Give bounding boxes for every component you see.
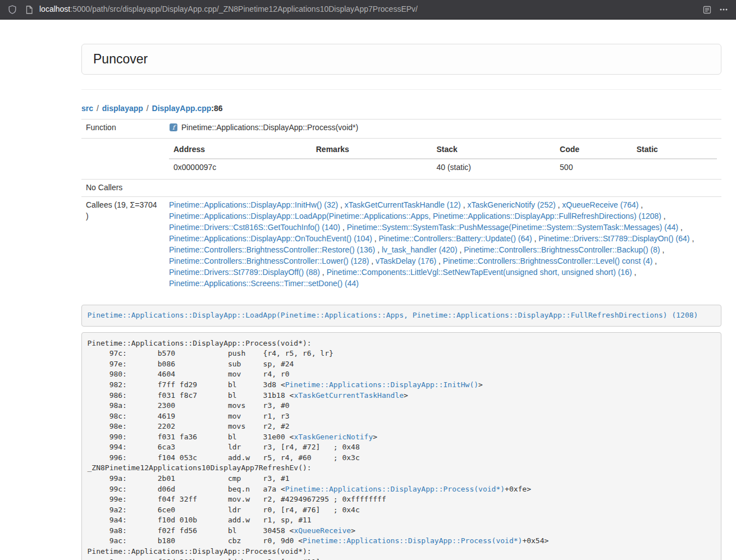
callee-link[interactable]: Pinetime::Applications::DisplayApp::Init… — [169, 200, 338, 209]
breadcrumb-file-link[interactable]: DisplayApp.cpp — [152, 104, 212, 113]
no-callers-cell — [164, 179, 721, 196]
breadcrumb-src-link[interactable]: src — [81, 104, 93, 113]
callee-link[interactable]: Pinetime::Components::LittleVgl::SetNewT… — [327, 268, 632, 277]
callee-link[interactable]: Pinetime::Controllers::Battery::Update()… — [379, 234, 532, 243]
callee-link[interactable]: lv_task_handler (420) — [382, 245, 458, 254]
breadcrumb-displayapp-link[interactable]: displayapp — [102, 104, 143, 113]
breadcrumb-divider: / — [143, 104, 152, 113]
browser-toolbar: localhost:5000/path/src/displayapp/Displ… — [0, 0, 736, 20]
column-code: Code — [555, 141, 632, 159]
code-value: 500 — [555, 159, 632, 176]
stats-header-row: Address Remarks Stack Code Static — [169, 141, 717, 159]
callee-link[interactable]: Pinetime::Controllers::BrightnessControl… — [169, 256, 369, 265]
function-icon: f — [169, 123, 178, 135]
callee-link[interactable]: xQueueReceive (764) — [562, 200, 638, 209]
remarks-value — [312, 159, 432, 176]
stats-cell: Address Remarks Stack Code Static 0x0000… — [164, 138, 721, 179]
function-label: Function — [81, 119, 164, 138]
page-container: Puncover src / displayapp / DisplayApp.c… — [81, 20, 721, 560]
tracking-shield-icon[interactable] — [7, 4, 18, 15]
url-host: localhost — [39, 4, 70, 13]
url-path: :5000/path/src/displayapp/DisplayApp.cpp… — [70, 4, 418, 13]
highlighted-symbol-box: Pinetime::Applications::DisplayApp::Load… — [81, 305, 721, 327]
static-value — [632, 159, 717, 176]
function-name-cell: f Pinetime::Applications::DisplayApp::Pr… — [164, 119, 721, 138]
symbol-link[interactable]: xTaskGenericNotify — [294, 433, 373, 441]
symbol-link[interactable]: xQueueReceive — [294, 526, 351, 535]
column-static: Static — [632, 141, 717, 159]
callees-row: Callees (19, Σ=3704 ) Pinetime::Applicat… — [81, 196, 721, 292]
callee-link[interactable]: Pinetime::System::SystemTask::PushMessag… — [347, 223, 679, 232]
callee-link[interactable]: Pinetime::Controllers::BrightnessControl… — [169, 245, 375, 254]
address-value: 0x0000097c — [169, 159, 312, 176]
symbol-link[interactable]: Pinetime::Applications::DisplayApp::Proc… — [285, 485, 505, 493]
callee-link[interactable]: Pinetime::Applications::Screens::Timer::… — [169, 279, 359, 288]
callees-label: Callees (19, Σ=3704 ) — [81, 196, 164, 292]
symbol-link[interactable]: Pinetime::Applications::DisplayApp::Init… — [285, 380, 478, 389]
column-remarks: Remarks — [312, 141, 432, 159]
symbol-link[interactable]: Pinetime::Applications::DisplayApp::Proc… — [303, 536, 522, 545]
callee-link[interactable]: Pinetime::Drivers::Cst816S::GetTouchInfo… — [169, 223, 340, 232]
app-header: Puncover — [81, 44, 721, 75]
callee-link[interactable]: xTaskGetCurrentTaskHandle (12) — [345, 200, 461, 209]
highlighted-symbol-link[interactable]: Pinetime::Applications::DisplayApp::Load… — [88, 311, 698, 319]
function-name: Pinetime::Applications::DisplayApp::Proc… — [181, 123, 358, 132]
column-address: Address — [169, 141, 312, 159]
page-actions-menu-icon[interactable] — [718, 4, 729, 15]
url-text: localhost:5000/path/src/displayapp/Displ… — [39, 4, 418, 15]
callees-list: Pinetime::Applications::DisplayApp::Init… — [164, 196, 721, 292]
callee-link[interactable]: Pinetime::Drivers::St7789::DisplayOff() … — [169, 268, 320, 277]
stack-value: 40 (static) — [432, 159, 555, 176]
breadcrumb: src / displayapp / DisplayApp.cpp:86 — [81, 103, 721, 114]
stats-table: Address Remarks Stack Code Static 0x0000… — [169, 141, 717, 176]
callee-link[interactable]: xTaskGenericNotify (252) — [467, 200, 555, 209]
callee-link[interactable]: Pinetime::Applications::DisplayApp::OnTo… — [169, 234, 372, 243]
stats-row: Address Remarks Stack Code Static 0x0000… — [81, 138, 721, 179]
callee-link[interactable]: Pinetime::Controllers::BrightnessControl… — [443, 256, 652, 265]
stats-value-row: 0x0000097c 40 (static) 500 — [169, 159, 717, 176]
function-row: Function f Pinetime::Applications::Displ… — [81, 119, 721, 138]
no-callers-label: No Callers — [81, 179, 164, 196]
callee-link[interactable]: Pinetime::Drivers::St7789::DisplayOn() (… — [538, 234, 689, 243]
callee-link[interactable]: vTaskDelay (176) — [376, 256, 436, 265]
column-stack: Stack — [432, 141, 555, 159]
no-callers-row: No Callers — [81, 179, 721, 196]
divider — [81, 89, 721, 90]
stats-label-empty — [81, 138, 164, 179]
disassembly: Pinetime::Applications::DisplayApp::Proc… — [81, 332, 721, 560]
callee-link[interactable]: Pinetime::Controllers::BrightnessControl… — [464, 245, 660, 254]
function-details-table: Function f Pinetime::Applications::Displ… — [81, 119, 721, 292]
app-title: Puncover — [93, 52, 148, 66]
reader-view-icon[interactable] — [701, 4, 712, 15]
callee-link[interactable]: Pinetime::Applications::DisplayApp::Load… — [169, 212, 661, 221]
url-bar[interactable]: localhost:5000/path/src/displayapp/Displ… — [24, 4, 696, 15]
page-info-icon[interactable] — [24, 4, 35, 15]
symbol-link[interactable]: xTaskGetCurrentTaskHandle — [294, 391, 404, 400]
breadcrumb-divider: / — [93, 104, 102, 113]
breadcrumb-line-number: :86 — [211, 104, 222, 113]
